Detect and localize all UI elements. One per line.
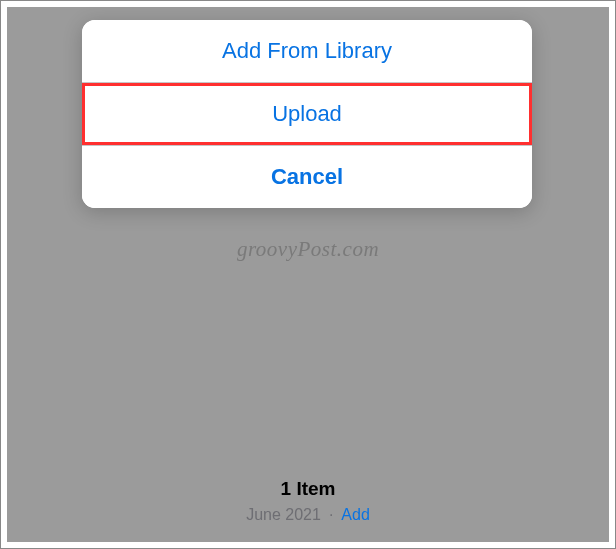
add-button[interactable]: Add [341, 506, 369, 524]
item-count-label: 1 Item [7, 478, 609, 500]
footer: 1 Item June 2021 · Add [7, 478, 609, 524]
date-label: June 2021 [246, 506, 321, 524]
watermark-text: groovyPost.com [237, 237, 379, 262]
upload-button[interactable]: Upload [82, 83, 532, 145]
action-sheet: Add From Library Upload Cancel [82, 20, 532, 208]
separator-dot: · [329, 506, 333, 524]
footer-subtitle: June 2021 · Add [7, 506, 609, 524]
cancel-button[interactable]: Cancel [82, 146, 532, 208]
screenshot-frame: Add From Library Upload Cancel groovyPos… [0, 0, 616, 549]
add-from-library-button[interactable]: Add From Library [82, 20, 532, 82]
background-area: Add From Library Upload Cancel groovyPos… [7, 7, 609, 542]
